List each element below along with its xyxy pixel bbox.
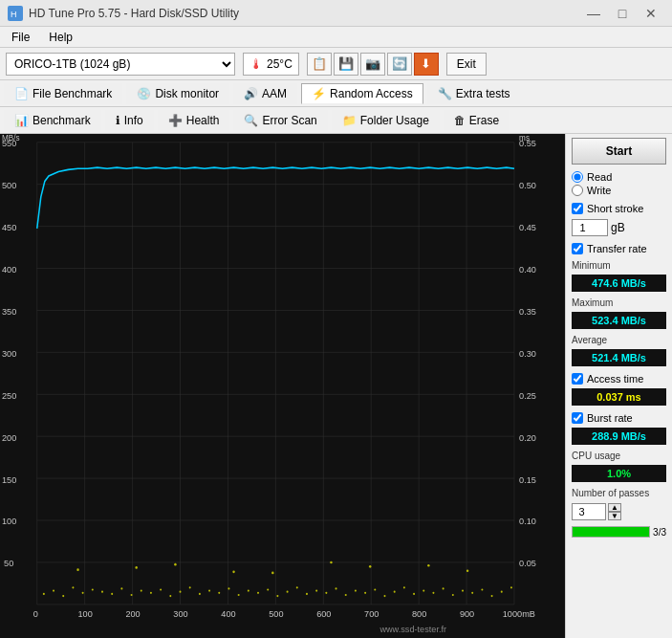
short-stroke-checkbox-row: Short stroke (572, 203, 666, 214)
minimize-button[interactable]: — (580, 3, 607, 24)
disk-monitor-label: Disk monitor (155, 87, 219, 100)
svg-point-111 (76, 568, 78, 571)
toolbar-icons: 📋 💾 📷 🔄 ⬇ (307, 53, 439, 76)
svg-text:50: 50 (4, 558, 13, 568)
start-button[interactable]: Start (572, 138, 666, 165)
error-scan-icon: 🔍 (244, 114, 258, 127)
access-time-label: Access time (587, 373, 643, 385)
svg-point-75 (169, 595, 171, 597)
benchmark-label: Benchmark (33, 114, 91, 127)
menu-file[interactable]: File (4, 29, 37, 46)
short-stroke-checkbox[interactable] (572, 203, 583, 214)
tab-health[interactable]: ➕ Health (158, 110, 230, 131)
svg-point-68 (101, 591, 103, 593)
svg-point-76 (179, 591, 181, 593)
svg-point-107 (481, 588, 483, 590)
svg-text:0.35: 0.35 (519, 306, 536, 317)
svg-text:100: 100 (2, 516, 16, 526)
svg-point-113 (271, 572, 273, 575)
tab-aam[interactable]: 🔊 AAM (233, 83, 297, 104)
svg-text:500: 500 (2, 180, 16, 190)
passes-input[interactable] (572, 503, 606, 520)
transfer-rate-checkbox[interactable] (572, 243, 583, 254)
svg-text:250: 250 (2, 389, 16, 400)
toolbar-icon-5[interactable]: ⬇ (414, 53, 439, 76)
tabs-row-1: 📄 File Benchmark 💿 Disk monitor 🔊 AAM ⚡ … (0, 80, 672, 107)
svg-text:0.50: 0.50 (519, 180, 536, 190)
svg-point-74 (160, 588, 162, 590)
svg-text:400: 400 (221, 608, 235, 619)
close-button[interactable]: ✕ (638, 3, 664, 24)
tab-disk-monitor[interactable]: 💿 Disk monitor (126, 83, 229, 104)
info-label: Info (124, 114, 143, 127)
toolbar-icon-3[interactable]: 📷 (360, 53, 385, 76)
tab-info[interactable]: ℹ Info (105, 110, 154, 131)
burst-rate-checkbox-row: Burst rate (572, 412, 666, 424)
svg-point-78 (199, 593, 201, 595)
svg-point-96 (374, 588, 376, 590)
right-panel: Start Read Write Short stroke gB Transfe… (565, 134, 672, 638)
access-time-value: 0.037 ms (572, 388, 666, 406)
svg-point-70 (120, 587, 122, 589)
tab-random-access[interactable]: ⚡ Random Access (301, 83, 423, 104)
svg-point-67 (92, 588, 94, 590)
svg-point-115 (466, 569, 468, 572)
info-icon: ℹ (116, 114, 120, 127)
svg-point-110 (510, 586, 512, 588)
svg-text:1000mB: 1000mB (503, 608, 535, 619)
toolbar-icon-2[interactable]: 💾 (334, 53, 358, 76)
svg-text:450: 450 (2, 222, 16, 232)
aam-label: AAM (262, 87, 287, 100)
svg-point-90 (315, 589, 317, 591)
passes-decrement[interactable]: ▼ (608, 512, 621, 520)
svg-point-93 (345, 594, 347, 596)
svg-text:300: 300 (173, 608, 187, 619)
svg-text:200: 200 (2, 431, 16, 442)
svg-point-80 (218, 592, 220, 594)
folder-usage-icon: 📁 (342, 114, 357, 127)
short-stroke-value[interactable] (572, 219, 608, 236)
passes-increment[interactable]: ▲ (608, 503, 621, 512)
svg-text:0.05: 0.05 (519, 558, 536, 568)
tab-benchmark[interactable]: 📊 Benchmark (4, 110, 101, 131)
svg-point-83 (248, 589, 249, 591)
svg-text:600: 600 (316, 608, 331, 619)
read-label: Read (587, 171, 612, 183)
tab-erase[interactable]: 🗑 Erase (444, 110, 509, 131)
benchmark-icon: 📊 (14, 114, 29, 127)
tab-extra-tests[interactable]: 🔧 Extra tests (427, 83, 521, 104)
exit-button[interactable]: Exit (446, 53, 487, 76)
toolbar-icon-4[interactable]: 🔄 (387, 53, 412, 76)
cpu-usage-value: 1.0% (572, 465, 666, 482)
svg-point-114 (369, 565, 371, 568)
svg-point-86 (276, 595, 278, 597)
tab-error-scan[interactable]: 🔍 Error Scan (233, 110, 327, 131)
tab-file-benchmark[interactable]: 📄 File Benchmark (4, 83, 122, 104)
tab-folder-usage[interactable]: 📁 Folder Usage (332, 110, 440, 131)
svg-text:0.10: 0.10 (519, 516, 536, 526)
health-label: Health (186, 114, 220, 127)
maximum-value: 523.4 MB/s (572, 312, 666, 329)
drive-select[interactable]: ORICO-1TB (1024 gB) (6, 53, 235, 76)
svg-point-119 (427, 564, 429, 567)
window-title: HD Tune Pro 5.75 - Hard Disk/SSD Utility (29, 7, 239, 20)
toolbar-icon-1[interactable]: 📋 (307, 53, 332, 76)
svg-text:MB/s: MB/s (2, 134, 20, 143)
access-time-checkbox[interactable] (572, 373, 583, 385)
folder-usage-label: Folder Usage (360, 114, 429, 127)
write-radio[interactable] (572, 185, 583, 196)
svg-text:0.25: 0.25 (519, 389, 536, 400)
read-radio[interactable] (572, 171, 583, 183)
svg-text:0: 0 (33, 608, 38, 619)
svg-point-91 (325, 592, 327, 594)
maximize-button[interactable]: □ (609, 3, 636, 24)
svg-point-97 (383, 595, 385, 597)
transfer-rate-checkbox-row: Transfer rate (572, 243, 666, 254)
svg-point-117 (135, 566, 137, 569)
svg-text:700: 700 (364, 608, 379, 619)
menu-help[interactable]: Help (41, 29, 80, 46)
burst-rate-value: 288.9 MB/s (572, 428, 666, 445)
svg-point-109 (501, 591, 503, 593)
burst-rate-checkbox[interactable] (572, 412, 583, 424)
svg-point-94 (355, 589, 357, 591)
